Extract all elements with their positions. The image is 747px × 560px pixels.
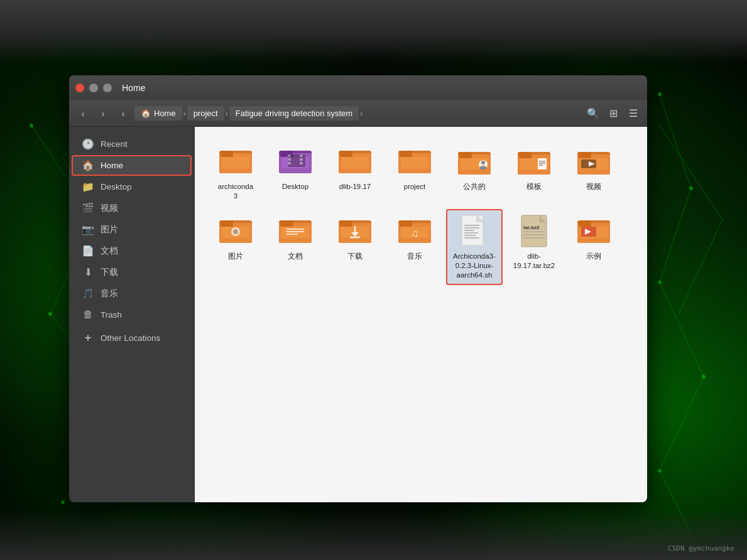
sidebar-item-videos[interactable]: 🎬 视频	[72, 198, 192, 218]
svg-rect-110	[579, 220, 591, 227]
svg-text:♫: ♫	[411, 228, 418, 239]
sidebar-item-other-locations[interactable]: + Other Locations	[72, 327, 192, 349]
dlib-icon	[337, 144, 373, 180]
file-archiconda-script[interactable]: Archiconda3-0.2.3-Linux-aarch64.sh	[446, 209, 503, 285]
monitor-bezel-bottom	[0, 510, 747, 560]
file-project[interactable]: project	[386, 139, 443, 206]
svg-rect-70	[221, 220, 233, 227]
svg-point-13	[30, 124, 33, 127]
svg-point-18	[658, 92, 662, 96]
menu-button[interactable]: ☰	[624, 105, 642, 122]
file-dlib-archive[interactable]: tar.bz2 dlib-19.17.tar.bz2	[506, 209, 562, 285]
videos-folder-label: 视频	[586, 182, 601, 191]
svg-line-5	[660, 188, 691, 283]
file-dlib[interactable]: dlib-19.17	[327, 139, 383, 206]
search-button[interactable]: 🔍	[584, 105, 602, 122]
breadcrumb-home[interactable]: 🏠 Home	[134, 106, 182, 121]
home-icon-small: 🏠	[141, 109, 151, 118]
minimize-button[interactable]	[89, 83, 98, 92]
pictures-icon: 📷	[82, 223, 94, 235]
forward-button[interactable]: ›	[94, 105, 112, 122]
sidebar-item-home[interactable]: 🏠 Home	[72, 155, 192, 176]
svg-line-7	[660, 377, 704, 471]
sidebar-item-music[interactable]: 🎵 音乐	[72, 283, 192, 304]
sidebar: 🕐 Recent 🏠 Home 📁 Desktop 🎬 视频 📷 图片	[69, 127, 195, 502]
file-archiconda3[interactable]: archiconda3	[207, 139, 264, 206]
downloads-folder-icon	[337, 214, 373, 249]
project-icon	[397, 144, 432, 180]
documents-folder-icon	[278, 214, 313, 249]
close-button[interactable]	[75, 83, 84, 92]
file-templates[interactable]: 模板	[506, 139, 562, 206]
file-manager-window: Home ‹ › ‹ 🏠 Home › project › Fatigue dr…	[69, 75, 647, 502]
svg-rect-47	[401, 157, 428, 168]
file-videos-folder[interactable]: 视频	[565, 139, 622, 206]
view-grid-button[interactable]: ⊞	[604, 105, 622, 122]
breadcrumb-more: ›	[359, 109, 364, 118]
file-examples[interactable]: 示例	[565, 209, 622, 285]
svg-rect-38	[300, 158, 303, 161]
templates-icon	[516, 144, 552, 180]
home-icon: 🏠	[82, 159, 94, 171]
svg-rect-35	[288, 158, 291, 161]
file-pictures-folder[interactable]: 图片	[207, 209, 264, 285]
archive-icon: tar.bz2	[516, 214, 552, 249]
file-public[interactable]: 公共的	[446, 139, 503, 206]
svg-rect-50	[459, 152, 472, 158]
sidebar-item-recent[interactable]: 🕐 Recent	[72, 134, 192, 154]
documents-icon: 📄	[82, 245, 94, 257]
sidebar-item-pictures[interactable]: 📷 图片	[72, 219, 192, 240]
videos-icon: 🎬	[82, 202, 94, 214]
archive-label: dlib-19.17.tar.bz2	[509, 252, 559, 271]
archiconda3-icon	[218, 144, 253, 180]
file-desktop[interactable]: Desktop	[267, 139, 324, 206]
title-bar: Home	[69, 75, 647, 100]
svg-rect-83	[340, 220, 352, 227]
maximize-button[interactable]	[103, 83, 112, 92]
music-icon: 🎵	[82, 288, 94, 299]
file-documents-folder[interactable]: 文档	[267, 209, 324, 285]
desktop-label: Desktop	[282, 182, 308, 191]
breadcrumb-sep-2: ›	[224, 109, 229, 118]
public-icon	[457, 144, 492, 180]
desktop-icon: 📁	[82, 181, 94, 193]
svg-line-6	[660, 283, 704, 377]
svg-line-11	[660, 126, 722, 220]
examples-label: 示例	[586, 252, 601, 261]
back-button[interactable]: ‹	[74, 105, 92, 122]
svg-point-21	[702, 375, 706, 379]
file-grid: archiconda3	[195, 127, 647, 502]
svg-rect-37	[300, 154, 303, 157]
svg-point-22	[658, 469, 662, 473]
breadcrumb: 🏠 Home › project › Fatigue driving detec…	[134, 106, 582, 121]
file-music-folder[interactable]: ♫ 音乐	[386, 209, 443, 285]
breadcrumb-fatigue[interactable]: Fatigue driving detection system	[229, 106, 359, 121]
breadcrumb-project[interactable]: project	[187, 106, 224, 121]
public-label: 公共的	[463, 182, 486, 191]
script-icon	[457, 214, 492, 249]
svg-line-4	[660, 94, 691, 188]
svg-rect-27	[221, 151, 233, 157]
trash-icon: 🗑	[82, 309, 94, 320]
recent-icon: 🕐	[82, 138, 94, 150]
file-downloads-folder[interactable]: 下载	[327, 209, 383, 285]
sidebar-item-documents[interactable]: 📄 文档	[72, 240, 192, 261]
other-locations-icon: +	[82, 331, 94, 345]
svg-rect-56	[519, 152, 532, 158]
svg-rect-58	[538, 158, 547, 170]
music-folder-icon: ♫	[397, 214, 432, 249]
music-folder-label: 音乐	[407, 252, 422, 261]
documents-folder-label: 文档	[288, 252, 303, 261]
sidebar-item-downloads[interactable]: ⬇ 下载	[72, 262, 192, 283]
svg-point-20	[658, 281, 662, 284]
templates-label: 模板	[526, 182, 542, 191]
svg-point-53	[481, 161, 485, 164]
svg-rect-76	[280, 220, 293, 227]
window-title: Home	[122, 83, 145, 93]
downloads-folder-label: 下载	[347, 252, 363, 261]
downloads-icon: ⬇	[82, 266, 94, 278]
sidebar-item-desktop[interactable]: 📁 Desktop	[72, 176, 192, 197]
sidebar-item-trash[interactable]: 🗑 Trash	[72, 304, 192, 325]
svg-rect-39	[300, 162, 303, 164]
up-button[interactable]: ‹	[114, 105, 132, 122]
